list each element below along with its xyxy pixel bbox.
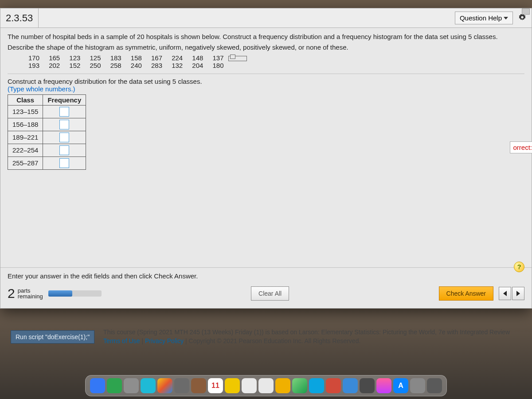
dock-settings-icon[interactable] [410,378,425,393]
class-label: 189–221 [8,131,43,144]
dock-app-icon[interactable] [191,378,206,393]
progress-fill [48,290,72,297]
triangle-right-icon [516,291,520,296]
freq-instruction: Construct a frequency distribution for t… [8,78,524,85]
clear-all-button[interactable]: Clear All [251,286,289,301]
dock-app-icon[interactable] [242,378,257,393]
class-label: 156–188 [8,118,43,131]
frequency-input-4[interactable] [59,145,69,155]
dock-app-icon[interactable] [124,378,139,393]
table-row: 123–155 [8,105,86,118]
dock-app-icon[interactable] [292,378,307,393]
dock-app-icon[interactable] [174,378,189,393]
copy-data-icon[interactable] [228,56,247,61]
run-script-button[interactable]: Run script "doExercise(1);" [11,330,94,344]
chevron-down-icon [504,17,508,20]
data-row-2: 193 202 152 250 258 240 283 132 204 180 [8,62,524,69]
freq-note: (Type whole numbers.) [8,85,524,93]
dock-appstore-icon[interactable]: A [393,378,408,393]
dock-app-icon[interactable] [107,378,122,393]
col-frequency: Frequency [43,94,86,105]
frequency-input-1[interactable] [59,107,69,117]
dock-chrome-icon[interactable] [157,378,172,393]
dock-app-icon[interactable] [225,378,240,393]
dock-app-icon[interactable] [343,378,358,393]
dock-music-icon[interactable] [376,378,391,393]
question-help-label: Question Help [460,14,502,22]
scrollbar-stub[interactable] [522,8,530,15]
check-answer-button[interactable]: Check Answer [439,286,493,301]
footer-hint: Enter your answer in the edit fields and… [8,272,198,280]
question-number: 2.3.53 [0,8,39,27]
dock-calendar-icon[interactable]: 11 [208,378,223,393]
table-header-row: Class Frequency [8,94,86,105]
copyright-text: Copyright © 2021 Pearson Education Inc. … [189,337,361,344]
dock-app-icon[interactable] [309,378,324,393]
dock-safari-icon[interactable] [141,378,156,393]
partial-feedback: orrect: [510,141,532,153]
question-help-dropdown[interactable]: Question Help [455,12,513,24]
class-label: 255–287 [8,156,43,169]
progress-bar [48,290,102,297]
parts-remaining: 2 parts remaining [8,286,43,301]
frequency-input-2[interactable] [59,120,69,129]
frequency-input-5[interactable] [59,158,69,168]
parts-label: parts remaining [18,288,43,299]
col-class: Class [8,94,43,105]
header-controls: Question Help [455,12,532,24]
question-window: 2.3.53 Question Help The number of hospi… [0,8,532,309]
prompt-line-1: The number of hospital beds in a sample … [8,32,524,41]
dock-app-icon[interactable] [326,378,341,393]
question-body: The number of hospital beds in a sample … [0,28,532,267]
class-label: 123–155 [8,105,43,118]
question-header: 2.3.53 Question Help [0,8,532,28]
triangle-left-icon [503,291,507,296]
class-label: 222–254 [8,144,43,156]
table-row: 189–221 [8,131,86,144]
page-footer: Run script "doExercise(1);" This course … [0,328,532,345]
footer-controls: 2 parts remaining Clear All Check Answer [0,283,532,308]
dock-app-icon[interactable] [360,378,375,393]
course-info: This course (Spring 2021 MTH 245 (13 Wee… [103,328,521,345]
footer-hint-row: Enter your answer in the edit fields and… [0,267,532,283]
table-row: 255–287 [8,156,86,169]
dock-app-icon[interactable] [275,378,290,393]
prompt-line-2: Describe the shape of the histogram as s… [8,43,524,52]
table-row: 156–188 [8,118,86,131]
frequency-input-3[interactable] [59,133,69,142]
data-row-1: 170 165 123 125 183 158 167 224 148 137 [8,54,524,62]
frequency-table: Class Frequency 123–155 156–188 189–221 … [8,94,86,170]
table-row: 222–254 [8,144,86,156]
parts-count: 2 [8,286,15,301]
next-button[interactable] [512,287,524,300]
privacy-link[interactable]: Privacy Policy [145,337,184,344]
dock-finder-icon[interactable] [90,378,105,393]
help-icon[interactable]: ? [514,262,524,272]
dock-trash-icon[interactable] [427,378,442,393]
svg-point-1 [520,16,524,19]
frequency-section: Construct a frequency distribution for t… [8,74,524,170]
prev-button[interactable] [499,287,511,300]
macos-dock: 11 A [85,375,447,396]
dock-app-icon[interactable] [258,378,274,393]
terms-link[interactable]: Terms of Use [103,337,140,344]
